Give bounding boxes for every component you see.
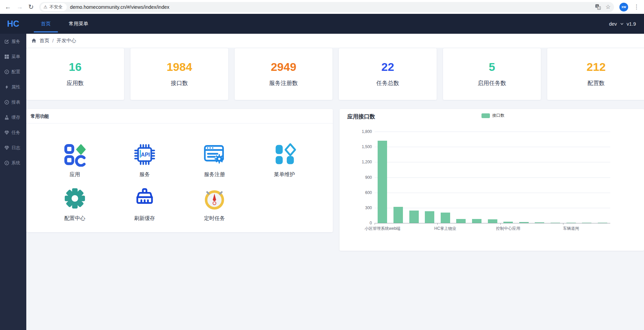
bar-0[interactable] [378,141,387,223]
stat-card-label: 启用任务数 [478,79,506,87]
legend-item[interactable]: 接口数 [481,113,504,118]
browser-menu-icon[interactable]: ⋮ [634,3,639,10]
bar-10[interactable] [535,222,544,223]
bar-6[interactable] [472,219,481,223]
bar-1[interactable] [393,207,403,223]
bar-11[interactable] [551,223,560,223]
breadcrumb-home[interactable]: 首页 [39,37,49,44]
sidebar-item-任务[interactable]: 任务 [0,125,26,140]
home-icon [31,38,36,43]
quick-item-服务注册[interactable]: 服务注册 [180,142,250,178]
quick-item-label: 配置中心 [64,215,85,222]
sidebar-item-服务[interactable]: 服务 [0,34,26,49]
quick-item-定时任务[interactable]: 定时任务 [180,186,250,222]
warning-icon: ⚠ [43,4,48,9]
stat-card-label: 任务总数 [376,79,399,87]
menu-maintain-icon [272,142,296,168]
quick-panel-title: 常用功能 [26,109,333,123]
main-content: 16应用数1984接口数2949服务注册数22任务总数5启用任务数212配置数 … [26,48,644,330]
flask-icon [4,115,9,120]
stat-card-value: 212 [587,61,606,73]
bar-14[interactable] [598,223,607,223]
stat-card: 212配置数 [547,48,644,100]
bar-4[interactable] [441,213,450,223]
bar-7[interactable] [488,219,497,223]
sidebar-item-label: 日志 [11,145,20,151]
config-gear-icon [63,186,87,212]
y-axis-tick-label: 0 [370,221,372,225]
gridline [375,208,610,208]
gridline [375,162,610,162]
stat-card-value: 22 [381,61,394,73]
y-axis-tick-label: 1,500 [362,144,372,149]
sidebar-item-配置[interactable]: 配置 [0,64,26,79]
gridline [375,147,610,147]
app-logo[interactable]: HC [0,19,26,29]
compass-icon [4,161,9,165]
gem-icon [4,145,9,150]
quick-item-服务[interactable]: API服务 [110,142,179,178]
sidebar-item-系统[interactable]: 系统 [0,155,26,170]
app-grid-icon [63,142,87,168]
x-axis-tick [563,223,563,225]
stat-card: 1984接口数 [130,48,228,100]
chart-title: 应用接口数 [347,113,375,120]
x-axis-tick [437,223,438,225]
cache-brush-icon [133,186,157,212]
chart-panel: 应用接口数 接口数 03006009001,2001,5001,800小区管理系… [340,109,644,251]
gem-icon [4,130,9,135]
back-icon[interactable]: ← [5,4,11,10]
tab-home[interactable]: 首页 [32,14,60,34]
sidebar-item-label: 菜单 [11,54,20,60]
y-axis-tick-label: 300 [365,205,372,210]
url-text[interactable]: demo.homecommunity.cn/#/views/index/inde… [70,4,592,10]
browser-toolbar: ← → ↻ ⚠ 不安全 demo.homecommunity.cn/#/view… [0,0,644,14]
bar-5[interactable] [456,219,466,223]
security-badge-label: 不安全 [50,4,63,10]
sidebar-item-缓存[interactable]: 缓存 [0,110,26,125]
bar-2[interactable] [409,211,419,223]
sidebar-item-日志[interactable]: 日志 [0,140,26,155]
y-axis-tick-label: 900 [365,175,372,180]
sidebar-item-报表[interactable]: 报表 [0,94,26,110]
stat-card: 2949服务注册数 [235,48,332,100]
sidebar-item-菜单[interactable]: 菜单 [0,49,26,64]
y-axis-tick-label: 1,800 [362,129,372,134]
bar-12[interactable] [566,223,576,223]
sidebar: 服务菜单配置属性报表缓存任务日志系统 [0,34,26,330]
sidebar-item-属性[interactable]: 属性 [0,79,26,94]
quick-item-label: 服务注册 [204,171,225,178]
y-axis-tick-label: 1,200 [362,160,372,164]
quick-functions-panel: 常用功能 应用API服务服务注册菜单维护配置中心刷新缓存定时任务 [26,109,333,232]
quick-item-菜单维护[interactable]: 菜单维护 [250,142,319,178]
x-axis-category-label: 小区管理系统web端 [364,226,400,231]
svg-text:API: API [141,152,150,158]
quick-item-应用[interactable]: 应用 [40,142,110,178]
chevron-down-icon[interactable] [620,22,624,26]
quick-item-配置中心[interactable]: 配置中心 [40,186,110,222]
quick-item-label: 应用 [69,171,80,178]
stat-card: 22任务总数 [339,48,437,100]
breadcrumb: 首页 / 开发中心 [26,34,644,48]
bar-8[interactable] [503,222,513,223]
reload-icon[interactable]: ↻ [28,4,34,10]
tab-common-menu[interactable]: 常用菜单 [60,14,97,34]
translate-icon[interactable]: 文 A [595,4,601,10]
address-bar[interactable]: ⚠ 不安全 demo.homecommunity.cn/#/views/inde… [39,2,614,12]
quick-item-刷新缓存[interactable]: 刷新缓存 [110,186,179,222]
edit-icon [4,39,9,44]
browser-profile-avatar[interactable]: xw [619,3,628,11]
bar-3[interactable] [425,211,434,223]
sidebar-item-label: 报表 [11,99,20,105]
bookmark-star-icon[interactable]: ☆ [606,3,611,10]
stat-card-value: 2949 [271,61,296,73]
bar-9[interactable] [519,222,529,223]
x-axis-tick [375,223,375,225]
x-axis-category-label: HC掌上物业 [434,226,456,231]
env-selector[interactable]: dev [609,21,617,27]
bar-13[interactable] [582,223,591,223]
y-axis-tick-label: 600 [365,190,372,195]
bar-chart-plot: 03006009001,2001,5001,800小区管理系统web端HC掌上物… [375,132,610,223]
security-badge[interactable]: ⚠ 不安全 [41,3,67,11]
forward-icon[interactable]: → [17,4,23,10]
